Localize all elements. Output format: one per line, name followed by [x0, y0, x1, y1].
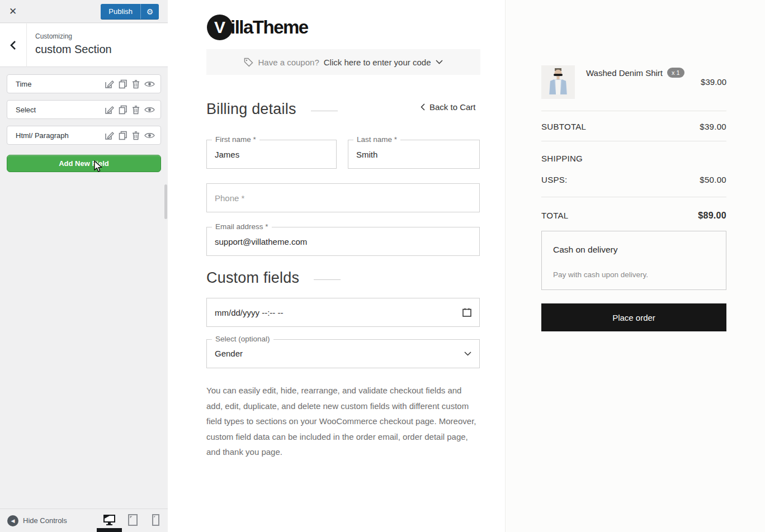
preview-desktop-button[interactable]	[103, 514, 116, 528]
shipping-method-row: USPS: $50.00	[541, 175, 726, 184]
mobile-icon	[152, 514, 159, 526]
quantity-badge: x 1	[667, 68, 684, 78]
trash-icon[interactable]	[132, 131, 140, 140]
preview-mobile-button[interactable]	[152, 514, 159, 528]
chevron-down-icon	[436, 60, 443, 64]
back-to-cart-link[interactable]: Back to Cart	[421, 102, 476, 112]
heading-decoration-line	[311, 111, 338, 111]
active-device-indicator	[97, 528, 122, 532]
eye-icon[interactable]	[144, 132, 155, 139]
edit-icon[interactable]	[105, 79, 114, 89]
preview-tablet-button[interactable]	[128, 514, 138, 528]
coupon-toggle-link[interactable]: Click here to enter your code	[324, 58, 431, 67]
product-image[interactable]	[541, 65, 575, 99]
coupon-prefix: Have a coupon?	[258, 58, 319, 67]
close-icon: ✕	[9, 6, 17, 17]
trash-icon[interactable]	[132, 105, 140, 115]
field-row-label: Html/ Paragraph	[16, 131, 105, 140]
add-new-field-label: Add New Field	[59, 159, 109, 168]
select-label: Select (optional)	[212, 335, 273, 343]
customizer-topbar: ✕ Publish ⚙	[0, 0, 168, 23]
checkout-preview: V illaTheme Have a coupon? Click here to…	[168, 0, 765, 532]
add-new-field-button[interactable]: Add New Field	[7, 155, 161, 172]
last-name-input[interactable]	[348, 140, 479, 168]
payment-method-description: Pay with cash upon delivery.	[553, 270, 648, 279]
shipping-method: USPS:	[541, 175, 568, 184]
total-label: TOTAL	[541, 211, 568, 221]
hide-controls-label[interactable]: Hide Controls	[23, 516, 67, 525]
custom-fields-heading: Custom fields	[206, 269, 341, 287]
edit-icon[interactable]	[105, 105, 114, 115]
email-input[interactable]	[207, 227, 479, 255]
customizer-footer: ◀ Hide Controls	[0, 509, 168, 532]
phone-field	[206, 183, 480, 212]
subtotal-value: $39.00	[700, 122, 726, 131]
last-name-field: Last name *	[348, 140, 480, 169]
payment-method-title: Cash on delivery	[553, 245, 617, 255]
calendar-icon[interactable]	[462, 308, 471, 317]
logo-icon: V	[207, 15, 233, 40]
divider	[541, 141, 726, 141]
payment-method-box[interactable]: Cash on delivery Pay with cash upon deli…	[541, 231, 726, 290]
first-name-label: First name *	[212, 135, 259, 144]
gender-select-field[interactable]: Select (optional) Gender	[206, 339, 480, 368]
duplicate-icon[interactable]	[119, 131, 128, 140]
datetime-field	[206, 298, 480, 327]
email-field: Email address *	[206, 227, 480, 256]
billing-details-heading: Billing details	[206, 101, 338, 118]
phone-input[interactable]	[207, 184, 479, 212]
publish-label: Publish	[101, 4, 140, 19]
edit-icon[interactable]	[105, 131, 114, 140]
place-order-button[interactable]: Place order	[541, 303, 726, 331]
chevron-down-icon	[464, 352, 471, 356]
gear-icon[interactable]: ⚙	[141, 4, 159, 19]
close-customizer-button[interactable]: ✕	[0, 0, 26, 23]
eye-icon[interactable]	[144, 106, 155, 113]
field-row-label: Select	[16, 106, 105, 114]
total-value: $89.00	[698, 211, 726, 221]
logo-text: illaTheme	[230, 17, 308, 38]
eye-icon[interactable]	[144, 80, 155, 88]
panel-title: custom Section	[35, 43, 112, 56]
customizer-sidebar: ✕ Publish ⚙ Customizing custom Section T…	[0, 0, 168, 532]
first-name-input[interactable]	[207, 140, 336, 168]
shipping-cost: $50.00	[700, 175, 726, 184]
sidebar-scrollbar[interactable]	[164, 184, 167, 219]
panel-back-button[interactable]	[0, 23, 27, 67]
first-name-field: First name *	[206, 140, 337, 169]
custom-field-row-html-paragraph[interactable]: Html/ Paragraph	[7, 126, 161, 145]
subtotal-label: SUBTOTAL	[541, 122, 586, 131]
place-order-label: Place order	[612, 313, 655, 322]
last-name-label: Last name *	[353, 135, 400, 144]
duplicate-icon[interactable]	[119, 79, 128, 89]
subtotal-row: SUBTOTAL $39.00	[541, 122, 726, 131]
custom-paragraph-text: You can easily edit, hide, rearrange, an…	[206, 383, 479, 460]
duplicate-icon[interactable]	[119, 105, 128, 115]
coupon-banner: Have a coupon? Click here to enter your …	[206, 49, 480, 75]
chevron-left-icon	[10, 40, 16, 50]
custom-field-row-time[interactable]: Time	[7, 74, 161, 93]
heading-decoration-line	[314, 279, 341, 280]
tablet-icon	[128, 514, 138, 526]
select-current-value: Gender	[207, 340, 479, 368]
product-photo-illustration	[541, 65, 575, 99]
collapse-arrow-icon: ◀	[11, 518, 15, 524]
desktop-icon	[103, 514, 116, 526]
divider	[541, 111, 726, 111]
field-row-label: Time	[16, 80, 105, 88]
panel-header: Customizing custom Section	[0, 23, 168, 67]
shipping-label: SHIPPING	[541, 154, 583, 163]
total-row: TOTAL $89.00	[541, 211, 726, 221]
shipping-heading-row: SHIPPING	[541, 154, 726, 163]
datetime-input[interactable]	[207, 298, 479, 326]
collapse-sidebar-button[interactable]: ◀	[7, 515, 18, 526]
custom-field-row-select[interactable]: Select	[7, 100, 161, 119]
chevron-left-icon	[421, 103, 425, 111]
trash-icon[interactable]	[132, 79, 140, 89]
publish-button[interactable]: Publish ⚙	[101, 4, 159, 19]
product-name[interactable]: Washed Denim Shirt	[586, 68, 663, 78]
site-logo[interactable]: V illaTheme	[207, 15, 308, 40]
email-label: Email address *	[212, 222, 272, 231]
product-price: $39.00	[701, 77, 726, 87]
tag-icon	[244, 58, 253, 67]
